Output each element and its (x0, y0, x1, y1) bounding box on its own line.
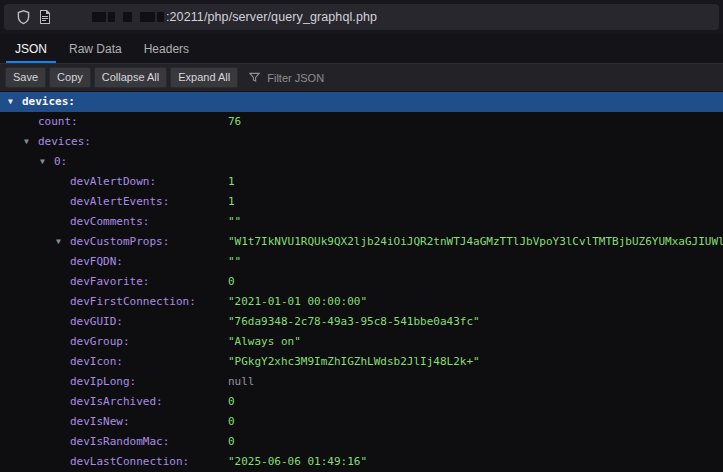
tree-row-devices[interactable]: ▼devices: (0, 92, 723, 112)
property-value: "W1t7IkNVU1RQUk9QX2ljb24iOiJQR2tnWTJ4aGM… (228, 232, 723, 252)
tree-row-devIsRandomMac[interactable]: devIsRandomMac:0 (0, 432, 723, 452)
tab-json[interactable]: JSON (4, 34, 58, 63)
copy-button[interactable]: Copy (49, 67, 91, 87)
row-indent (0, 202, 56, 203)
property-name: devGroup: (70, 335, 130, 348)
tree-row-devices[interactable]: ▼devices: (0, 132, 723, 152)
row-indent (0, 182, 56, 183)
row-indent (0, 422, 56, 423)
property-value: 0 (228, 392, 235, 412)
viewer-tabs: JSONRaw DataHeaders (0, 34, 723, 64)
property-name: devAlertEvents: (70, 195, 169, 208)
row-indent (0, 122, 24, 123)
row-indent (0, 302, 56, 303)
property-value: 1 (228, 172, 235, 192)
property-value: "" (228, 212, 241, 232)
row-indent (0, 262, 56, 263)
save-button[interactable]: Save (5, 67, 46, 87)
property-name: devices: (38, 135, 91, 148)
tree-row-devComments[interactable]: devComments:"" (0, 212, 723, 232)
property-name: devGUID: (70, 315, 123, 328)
expand-arrow-icon[interactable]: ▼ (24, 132, 38, 152)
property-value: "PGkgY2xhc3M9ImZhIGZhLWdsb2JlIj48L2k+" (228, 352, 480, 372)
tree-row-devAlertEvents[interactable]: devAlertEvents:1 (0, 192, 723, 212)
tree-row-devIsNew[interactable]: devIsNew:0 (0, 412, 723, 432)
property-value: 0 (228, 412, 235, 432)
row-indent (0, 282, 56, 283)
tree-row-devAlertDown[interactable]: devAlertDown:1 (0, 172, 723, 192)
property-name: devIpLong: (70, 375, 136, 388)
tree-row-0[interactable]: ▼0: (0, 152, 723, 172)
property-value: 0 (228, 272, 235, 292)
row-indent (0, 162, 40, 163)
json-tree: ▼devices:count:76▼devices:▼0:devAlertDow… (0, 92, 723, 472)
property-name: devIsRandomMac: (70, 435, 169, 448)
redacted-host-blocks (92, 12, 164, 22)
expand-all-button[interactable]: Expand All (170, 67, 238, 87)
row-indent (0, 362, 56, 363)
row-indent (0, 462, 56, 463)
property-value: "Always on" (228, 332, 301, 352)
property-value: "2021-01-01 00:00:00" (228, 292, 367, 312)
tree-row-devIsArchived[interactable]: devIsArchived:0 (0, 392, 723, 412)
page-icon[interactable] (34, 6, 56, 28)
property-value: "2025-06-06 01:49:16" (228, 452, 367, 472)
url-bar[interactable]: :20211/php/server/query_graphql.php (4, 4, 719, 30)
expand-arrow-icon[interactable]: ▼ (8, 92, 22, 112)
expand-arrow-icon[interactable]: ▼ (40, 152, 54, 172)
row-indent (0, 342, 56, 343)
row-indent (0, 102, 8, 103)
json-toolbar: Save Copy Collapse All Expand All (0, 64, 723, 92)
expand-arrow-icon[interactable]: ▼ (56, 232, 70, 252)
property-name: devIcon: (70, 355, 123, 368)
property-value: 76 (228, 112, 241, 132)
property-value: "" (228, 252, 241, 272)
property-name: devFQDN: (70, 255, 123, 268)
property-value: null (228, 372, 255, 392)
property-name: devices: (22, 95, 75, 108)
row-indent (0, 322, 56, 323)
tree-row-devIpLong[interactable]: devIpLong:null (0, 372, 723, 392)
tab-headers[interactable]: Headers (133, 34, 200, 63)
property-name: devFirstConnection: (70, 295, 196, 308)
tree-row-devFirstConnection[interactable]: devFirstConnection:"2021-01-01 00:00:00" (0, 292, 723, 312)
row-indent (0, 402, 56, 403)
property-name: count: (38, 115, 78, 128)
tree-row-devFavorite[interactable]: devFavorite:0 (0, 272, 723, 292)
filter-json-input[interactable] (265, 71, 419, 85)
tree-row-devFQDN[interactable]: devFQDN:"" (0, 252, 723, 272)
shield-icon[interactable] (12, 6, 34, 28)
tree-row-devLastConnection[interactable]: devLastConnection:"2025-06-06 01:49:16" (0, 452, 723, 472)
tab-raw-data[interactable]: Raw Data (58, 34, 133, 63)
tree-row-devGUID[interactable]: devGUID:"76da9348-2c78-49a3-95c8-541bbe0… (0, 312, 723, 332)
url-text: :20211/php/server/query_graphql.php (166, 10, 377, 24)
property-name: devLastConnection: (70, 455, 189, 468)
collapse-all-button[interactable]: Collapse All (94, 67, 167, 87)
filter-json-container (249, 71, 419, 85)
row-indent (0, 242, 56, 243)
property-value: "76da9348-2c78-49a3-95c8-541bbe0a43fc" (228, 312, 480, 332)
property-name: devIsArchived: (70, 395, 163, 408)
row-indent (0, 382, 56, 383)
row-indent (0, 142, 24, 143)
row-indent (0, 442, 56, 443)
property-name: devFavorite: (70, 275, 149, 288)
filter-icon (249, 72, 260, 83)
property-value: 0 (228, 432, 235, 452)
row-indent (0, 222, 56, 223)
browser-toolbar: :20211/php/server/query_graphql.php (0, 0, 723, 34)
tree-row-count[interactable]: count:76 (0, 112, 723, 132)
property-name: devComments: (70, 215, 149, 228)
property-name: devIsNew: (70, 415, 130, 428)
tree-row-devIcon[interactable]: devIcon:"PGkgY2xhc3M9ImZhIGZhLWdsb2JlIj4… (0, 352, 723, 372)
tree-row-devGroup[interactable]: devGroup:"Always on" (0, 332, 723, 352)
property-name: 0: (54, 155, 67, 168)
property-name: devAlertDown: (70, 175, 156, 188)
property-name: devCustomProps: (70, 235, 169, 248)
property-value: 1 (228, 192, 235, 212)
tree-row-devCustomProps[interactable]: ▼devCustomProps:"W1t7IkNVU1RQUk9QX2ljb24… (0, 232, 723, 252)
